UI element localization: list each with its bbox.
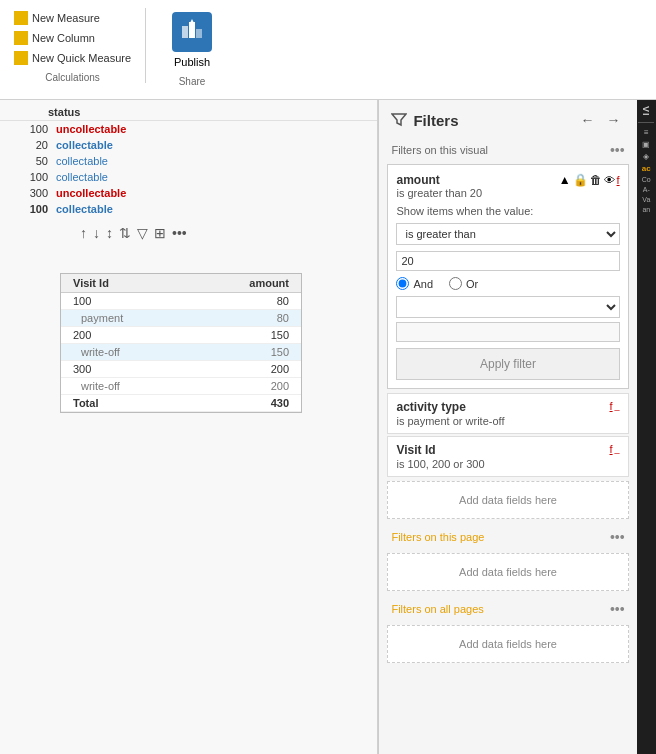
filters-forward-button[interactable]: →: [603, 110, 625, 130]
chevron-up-icon[interactable]: ▲: [559, 173, 571, 187]
amount-cell: 150: [190, 344, 301, 361]
visit-filter-card: Visit Id is 100, 200 or 300 f _: [387, 436, 628, 477]
and-radio[interactable]: [396, 277, 409, 290]
svg-rect-0: [182, 26, 188, 38]
and-radio-label[interactable]: And: [396, 277, 433, 290]
lock-icon[interactable]: 🔒: [573, 173, 588, 187]
quick-measure-icon: [14, 51, 28, 65]
vis-label: VI: [641, 106, 651, 117]
amount-cell: 200: [190, 378, 301, 395]
more-options-icon[interactable]: •••: [172, 225, 187, 241]
filter-type-icon[interactable]: f: [617, 174, 620, 186]
left-panel: status 100 uncollectable 20 collectable …: [0, 100, 378, 754]
expand-icon[interactable]: ⊞: [154, 225, 166, 241]
activity-filter-badge: _: [615, 401, 620, 411]
visit-cell: 200: [61, 327, 190, 344]
filter-radio-row: And Or: [396, 277, 619, 290]
visual-filter-menu-button[interactable]: •••: [610, 142, 625, 158]
list-item: 100 collectable: [0, 169, 377, 185]
page-filter-menu-button[interactable]: •••: [610, 529, 625, 545]
apply-filter-button[interactable]: Apply filter: [396, 348, 619, 380]
sort-icon[interactable]: ↕: [106, 225, 113, 241]
show-items-label: Show items when the value:: [396, 205, 619, 217]
filter-second-condition-select[interactable]: [396, 296, 619, 318]
list-item: 100 uncollectable: [0, 121, 377, 137]
visit-cell: 100: [61, 293, 190, 310]
filters-on-all-pages-label: Filters on all pages •••: [379, 595, 636, 621]
filters-panel: Filters ← → Filters on this visual ••• a…: [378, 100, 636, 754]
table-total-row: Total 430: [61, 395, 301, 412]
measure-icon: [14, 11, 28, 25]
add-visual-fields-box[interactable]: Add data fields here: [387, 481, 628, 519]
table-row: write-off 150: [61, 344, 301, 361]
sidebar-item-5[interactable]: A-: [643, 186, 650, 193]
visit-cell: 300: [61, 361, 190, 378]
add-page-fields-box[interactable]: Add data fields here: [387, 553, 628, 591]
header-status: status: [48, 106, 80, 118]
new-measure-button[interactable]: New Measure: [10, 8, 135, 28]
table-toolbar-row: ↑ ↓ ↕ ⇅ ▽ ⊞ •••: [0, 221, 377, 243]
amount-filter-card: amount is greater than 20 ▲ 🔒 🗑 👁 f Show…: [387, 164, 628, 389]
table-row: 200 150: [61, 327, 301, 344]
column-icon: [14, 31, 28, 45]
add-all-pages-fields-box[interactable]: Add data fields here: [387, 625, 628, 663]
sidebar-item-4[interactable]: Co: [642, 176, 651, 183]
visit-cell: write-off: [61, 344, 190, 361]
table-row: payment 80: [61, 310, 301, 327]
visit-filter-icon[interactable]: f: [610, 443, 613, 455]
filter-icon[interactable]: ▽: [137, 225, 148, 241]
total-amount: 430: [190, 395, 301, 412]
visit-cell: payment: [61, 310, 190, 327]
data-table-container: Visit Id amount 100 80 payment 80 200: [60, 273, 302, 413]
amount-filter-name: amount: [396, 173, 482, 187]
amount-cell: 150: [190, 327, 301, 344]
amount-cell: 80: [190, 293, 301, 310]
sidebar-item-7[interactable]: an: [642, 206, 650, 213]
amount-filter-subtitle: is greater than 20: [396, 187, 482, 199]
sort-asc-icon[interactable]: ↑: [80, 225, 87, 241]
sidebar-item-6[interactable]: Va: [642, 196, 650, 203]
table-row: 100 80: [61, 293, 301, 310]
new-column-label: New Column: [32, 32, 95, 44]
filters-on-visual-label: Filters on this visual •••: [379, 136, 636, 162]
calculations-label: Calculations: [10, 68, 135, 83]
toolbar: New Measure New Column New Quick Measure…: [0, 0, 656, 100]
eye-filter-icon[interactable]: 👁: [604, 174, 615, 186]
activity-filter-card: activity type is payment or write-off f …: [387, 393, 628, 434]
filter-value-input[interactable]: [396, 251, 619, 271]
filter-second-value-input[interactable]: [396, 322, 619, 342]
filters-nav: ← →: [577, 110, 625, 130]
split-icon[interactable]: ⇅: [119, 225, 131, 241]
status-header: status: [0, 104, 377, 121]
or-radio-label[interactable]: Or: [449, 277, 478, 290]
activity-filter-icon[interactable]: f: [610, 400, 613, 412]
new-column-button[interactable]: New Column: [10, 28, 135, 48]
sidebar-item-3[interactable]: ◈: [643, 152, 649, 161]
all-pages-filter-menu-button[interactable]: •••: [610, 601, 625, 617]
list-item: 50 collectable: [0, 153, 377, 169]
total-label: Total: [61, 395, 190, 412]
activity-filter-actions: f _: [610, 400, 620, 412]
or-radio[interactable]: [449, 277, 462, 290]
visit-filter-actions: f _: [610, 443, 620, 455]
clear-filter-icon[interactable]: 🗑: [590, 173, 602, 187]
sidebar-item-1[interactable]: ≡: [644, 128, 649, 137]
activity-filter-subtitle: is payment or write-off: [396, 415, 504, 427]
add-all-pages-fields-label: Add data fields here: [459, 638, 557, 650]
publish-button[interactable]: Publish: [156, 8, 228, 72]
filters-back-button[interactable]: ←: [577, 110, 599, 130]
add-visual-fields-label: Add data fields here: [459, 494, 557, 506]
new-quick-measure-label: New Quick Measure: [32, 52, 131, 64]
filters-title-text: Filters: [413, 112, 458, 129]
filter-condition-select[interactable]: is greater than: [396, 223, 619, 245]
status-list: status 100 uncollectable 20 collectable …: [0, 100, 377, 221]
filter-funnel-icon: [391, 112, 407, 128]
right-sidebar-strip: VI ≡ ▣ ◈ ac Co A- Va an: [637, 100, 656, 754]
sidebar-item-active[interactable]: ac: [642, 164, 651, 173]
new-quick-measure-button[interactable]: New Quick Measure: [10, 48, 135, 68]
sort-desc-icon[interactable]: ↓: [93, 225, 100, 241]
svg-rect-2: [196, 29, 202, 38]
publish-icon: [172, 12, 212, 52]
sidebar-item-2[interactable]: ▣: [642, 140, 650, 149]
publish-label: Publish: [174, 56, 210, 68]
